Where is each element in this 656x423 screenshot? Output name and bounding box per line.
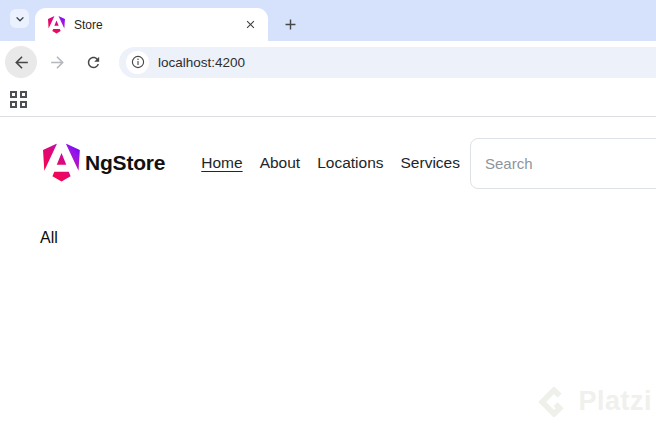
- nav-link-home[interactable]: Home: [201, 154, 242, 172]
- reload-button[interactable]: [77, 46, 109, 78]
- nav-link-locations[interactable]: Locations: [317, 154, 383, 172]
- refresh-icon: [85, 54, 102, 71]
- info-icon: [130, 54, 146, 70]
- watermark-text: Platzi: [578, 386, 652, 417]
- back-button[interactable]: [5, 46, 37, 78]
- new-tab-button[interactable]: [277, 11, 303, 37]
- plus-icon: [282, 16, 299, 33]
- tab-search-button[interactable]: [10, 9, 29, 28]
- site-header: NgStore Home About Locations Services: [0, 117, 656, 209]
- nav-link-about[interactable]: About: [260, 154, 301, 172]
- tab-strip: Store: [0, 0, 656, 41]
- close-icon: [244, 18, 257, 31]
- apps-grid-icon[interactable]: [10, 91, 27, 108]
- arrow-left-icon: [12, 53, 31, 72]
- browser-window: Store localhost:42: [0, 0, 656, 423]
- tab-close-button[interactable]: [241, 16, 259, 34]
- address-bar[interactable]: localhost:4200: [119, 47, 656, 78]
- angular-logo-icon: [43, 143, 80, 183]
- forward-button[interactable]: [41, 46, 73, 78]
- page-content: NgStore Home About Locations Services Al…: [0, 117, 656, 422]
- browser-tab-store[interactable]: Store: [35, 8, 268, 41]
- browser-toolbar: localhost:4200: [0, 41, 656, 83]
- nav-link-services[interactable]: Services: [401, 154, 460, 172]
- search-input[interactable]: [470, 138, 656, 189]
- angular-favicon-icon: [48, 16, 65, 34]
- category-label: All: [40, 229, 656, 247]
- platzi-logo-icon: [539, 387, 569, 417]
- site-info-button[interactable]: [126, 51, 149, 74]
- bookmarks-bar: [0, 83, 656, 117]
- main-nav: Home About Locations Services: [201, 154, 460, 172]
- arrow-right-icon: [48, 53, 67, 72]
- chevron-down-icon: [14, 13, 26, 25]
- url-text: localhost:4200: [158, 55, 245, 70]
- brand-name: NgStore: [85, 151, 165, 175]
- tab-title: Store: [74, 18, 241, 32]
- platzi-watermark: Platzi: [539, 386, 652, 417]
